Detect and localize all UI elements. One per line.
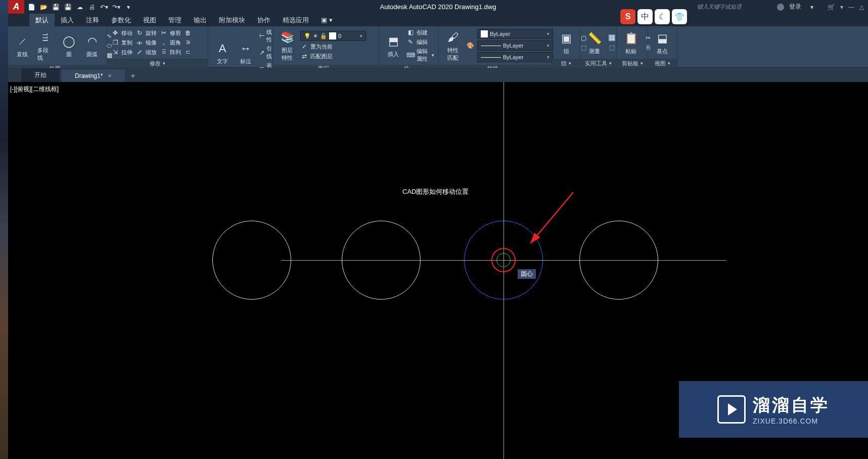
help-icon[interactable]: ▾ xyxy=(840,4,843,11)
close-icon[interactable]: △ xyxy=(859,4,864,11)
text-icon: A xyxy=(214,40,231,57)
dimension-button[interactable]: ↔标注 xyxy=(236,39,256,66)
stretch-button[interactable]: ⇲拉伸 xyxy=(111,48,132,56)
dimension-icon: ↔ xyxy=(238,40,254,57)
fillet-button[interactable]: ◟圆角 xyxy=(160,38,181,47)
user-icon[interactable] xyxy=(777,4,784,11)
window-title: Autodesk AutoCAD 2020 Drawing1.dwg xyxy=(380,3,496,11)
minimize-icon[interactable]: — xyxy=(848,4,854,11)
drawing-circle-2 xyxy=(342,221,421,300)
app-logo[interactable]: A xyxy=(8,0,24,14)
qat-more-icon[interactable]: ▾ xyxy=(124,3,132,11)
calc-icon[interactable]: 🔢 xyxy=(608,34,616,42)
undo-icon[interactable]: ↶▾ xyxy=(100,3,108,11)
redo-icon[interactable]: ↷▾ xyxy=(112,3,120,11)
line-button[interactable]: ⟋直线 xyxy=(12,32,32,59)
palette-icon[interactable]: 🎨 xyxy=(466,41,474,50)
bulb-icon: 💡 xyxy=(304,33,311,39)
ribbon-tab-manage[interactable]: 管理 xyxy=(162,14,188,27)
tab-add-button[interactable]: + xyxy=(127,70,139,82)
layer-setcurrent-button[interactable]: ✓置为当前 xyxy=(300,43,375,51)
layer-match-button[interactable]: ⇄匹配图层 xyxy=(300,52,375,60)
select-icon[interactable]: ⬚ xyxy=(608,44,616,52)
mirror-icon: ◃▹ xyxy=(135,38,144,47)
arc-button[interactable]: ◠圆弧 xyxy=(82,32,102,59)
ribbon-tab-parametric[interactable]: 参数化 xyxy=(105,14,137,27)
block-edit-icon: ✎ xyxy=(406,38,415,46)
linear-button[interactable]: ⊢线性 xyxy=(259,28,275,44)
block-edit-button[interactable]: ✎编辑 xyxy=(406,38,434,46)
layer-properties-button[interactable]: 📚图层 特性 xyxy=(277,28,297,63)
block-insert-button[interactable]: ⬒插入 xyxy=(383,32,403,59)
measure-button[interactable]: 📏测量 xyxy=(584,29,605,56)
plot-icon[interactable]: 🖨 xyxy=(88,3,96,11)
login-link[interactable]: 登录 xyxy=(789,3,801,11)
block-create-button[interactable]: ◧创建 xyxy=(406,28,434,36)
saveas-icon[interactable]: 💾 xyxy=(64,3,72,11)
ribbon-tab-annotate[interactable]: 注释 xyxy=(80,14,105,27)
block-insert-icon: ⬒ xyxy=(385,33,401,50)
ribbon-tab-home[interactable]: 默认 xyxy=(29,14,55,27)
polyline-button[interactable]: Ⲷ多段线 xyxy=(35,28,56,63)
panel-title: 组 xyxy=(561,60,567,67)
web-icon[interactable]: ☁ xyxy=(76,3,84,11)
leader-button[interactable]: ↗引线 xyxy=(259,45,275,60)
rotate-button[interactable]: ↻旋转 xyxy=(135,29,157,37)
ribbon-tabs: 默认 插入 注释 参数化 视图 管理 输出 附加模块 协作 精选应用 ▣ ▾ xyxy=(8,14,868,26)
ime-moon-icon[interactable]: ☾ xyxy=(655,9,670,24)
drawing-circle-1 xyxy=(212,221,291,300)
explode-icon[interactable]: ⚞ xyxy=(184,38,192,47)
ime-lang-button[interactable]: 中 xyxy=(637,9,653,24)
left-photo-stripe xyxy=(0,0,8,459)
move-button[interactable]: ✥移动 xyxy=(111,29,132,37)
ribbon-tab-insert[interactable]: 插入 xyxy=(55,14,80,27)
watermark-badge: 溜溜自学 ZIXUE.3D66.COM xyxy=(679,381,868,438)
group-button[interactable]: ▣组 xyxy=(556,29,576,56)
title-bar: A 📄 📂 💾 💾 ☁ 🖨 ↶▾ ↷▾ ▾ Autodesk AutoCAD 2… xyxy=(8,0,868,14)
close-icon[interactable]: × xyxy=(108,72,112,79)
array-button[interactable]: ⠿阵列 xyxy=(160,48,181,56)
panel-block: ⬒插入 ◧创建 ✎编辑 ⌨编辑属性▾ 块▾ xyxy=(379,26,439,68)
file-tabs: 开始 Drawing1*× + xyxy=(8,68,868,82)
offset-icon[interactable]: ⊂ xyxy=(184,48,192,56)
block-editattr-button[interactable]: ⌨编辑属性▾ xyxy=(406,48,434,63)
search-placeholder[interactable]: 键入关键字或短语 xyxy=(697,3,742,11)
tab-start[interactable]: 开始 xyxy=(21,68,60,82)
copy-button[interactable]: ❐复制 xyxy=(111,38,132,47)
text-button[interactable]: A文字 xyxy=(212,39,233,66)
ime-sogou-icon[interactable]: S xyxy=(620,9,635,24)
ribbon-tab-output[interactable]: 输出 xyxy=(188,14,213,27)
open-icon[interactable]: 📂 xyxy=(39,3,48,11)
lineweight-combo[interactable]: ByLayer▾ xyxy=(477,40,553,51)
ribbon-tab-featured[interactable]: 精选应用 xyxy=(277,14,315,27)
ribbon-tab-extra[interactable]: ▣ ▾ xyxy=(315,14,339,26)
paste-button[interactable]: 📋粘贴 xyxy=(621,29,641,56)
drawing-canvas[interactable]: [-][俯视][二维线框] CAD图形如何移动位置 圆心 溜溜自学 ZIXUE.… xyxy=(8,82,868,459)
circle-button[interactable]: ◯圆 xyxy=(59,32,79,59)
trim-button[interactable]: ✂修剪 xyxy=(160,29,181,37)
mirror-button[interactable]: ◃▹镜像 xyxy=(135,38,157,47)
ribbon-tab-view[interactable]: 视图 xyxy=(137,14,162,27)
linetype-combo[interactable]: ByLayer▾ xyxy=(477,52,553,62)
save-icon[interactable]: 💾 xyxy=(52,3,60,11)
lock-icon: 🔓 xyxy=(320,33,327,39)
new-icon[interactable]: 📄 xyxy=(27,3,35,11)
block-create-icon: ◧ xyxy=(406,28,415,36)
viewport-label[interactable]: [-][俯视][二维线框] xyxy=(10,85,59,94)
erase-icon[interactable]: 🗑 xyxy=(184,29,192,37)
ime-skin-icon[interactable]: 👕 xyxy=(672,9,687,24)
ribbon-tab-addons[interactable]: 附加模块 xyxy=(213,14,251,27)
panel-title: 剪贴板 xyxy=(622,60,638,67)
cart-icon[interactable]: 🛒 xyxy=(828,4,835,11)
line-icon: ⟋ xyxy=(14,33,30,50)
tab-drawing1[interactable]: Drawing1*× xyxy=(62,69,125,82)
ribbon-tab-collab[interactable]: 协作 xyxy=(251,14,277,27)
current-layer-combo[interactable]: 💡☀🔓0▾ xyxy=(300,31,366,41)
move-icon: ✥ xyxy=(111,29,119,37)
paste-icon: 📋 xyxy=(623,30,639,47)
color-combo[interactable]: ByLayer▾ xyxy=(477,29,553,39)
match-properties-button[interactable]: 🖌特性 匹配 xyxy=(443,28,463,63)
block-editattr-icon: ⌨ xyxy=(406,51,415,59)
base-button[interactable]: ⬓基点 xyxy=(652,29,672,56)
scale-button[interactable]: ⤢缩放 xyxy=(135,48,157,56)
